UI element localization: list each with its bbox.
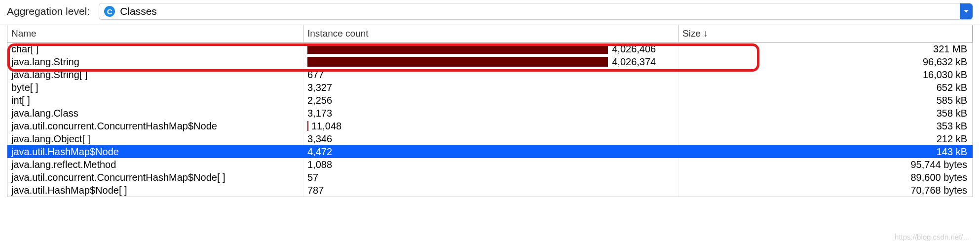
table-header: Name Instance count Size ↓ [7, 25, 973, 42]
class-name-cell: java.util.HashMap$Node [7, 145, 303, 158]
watermark: https://blog.csdn.net/... [895, 233, 969, 241]
class-name-cell: java.lang.String [7, 55, 303, 68]
instance-count-cell: 4,472 [303, 145, 678, 158]
class-name-cell: java.lang.String[ ] [7, 68, 303, 81]
column-header-instance-count[interactable]: Instance count [303, 25, 678, 42]
instance-count-value: 57 [307, 171, 318, 184]
aggregation-level-value: Classes [120, 5, 157, 17]
class-icon: C [104, 6, 115, 17]
size-cell: 585 kB [678, 94, 973, 107]
table-row[interactable]: java.lang.Class3,173358 kB [7, 107, 973, 120]
table-row[interactable]: java.lang.String[ ]67716,030 kB [7, 68, 973, 81]
instance-count-cell: 677 [303, 68, 678, 81]
instance-count-cell: 4,026,406 [303, 42, 678, 55]
instance-count-cell: 1,088 [303, 158, 678, 171]
class-name-cell: java.lang.reflect.Method [7, 158, 303, 171]
instance-count-value: 2,256 [307, 94, 332, 107]
table-row[interactable]: char[ ]4,026,406321 MB [7, 42, 973, 55]
class-name-cell: java.lang.Class [7, 107, 303, 120]
table-row[interactable]: java.util.HashMap$Node[ ]78770,768 bytes [7, 184, 973, 197]
size-cell: 96,632 kB [678, 55, 973, 68]
class-table: Name Instance count Size ↓ char[ ]4,026,… [7, 25, 973, 197]
instance-count-value: 677 [307, 68, 324, 81]
instance-count-cell: 2,256 [303, 94, 678, 107]
instance-count-cell: 3,346 [303, 132, 678, 145]
count-bar [307, 121, 308, 131]
instance-count-value: 4,472 [307, 145, 332, 158]
chevron-down-icon[interactable] [960, 3, 973, 19]
instance-count-value: 4,026,406 [612, 42, 656, 55]
instance-count-value: 4,026,374 [612, 55, 656, 68]
size-cell: 95,744 bytes [678, 158, 973, 171]
table-row[interactable]: java.lang.String4,026,37496,632 kB [7, 55, 973, 68]
size-cell: 143 kB [678, 145, 973, 158]
aggregation-level-label: Aggregation level: [7, 5, 90, 17]
class-name-cell: java.util.concurrent.ConcurrentHashMap$N… [7, 171, 303, 184]
class-name-cell: java.util.HashMap$Node[ ] [7, 184, 303, 197]
class-name-cell: java.util.concurrent.ConcurrentHashMap$N… [7, 120, 303, 132]
size-cell: 353 kB [678, 120, 973, 132]
instance-count-value: 3,346 [307, 132, 332, 145]
table-row[interactable]: java.lang.Object[ ]3,346212 kB [7, 132, 973, 145]
instance-count-value: 787 [307, 184, 324, 197]
instance-count-cell: 57 [303, 171, 678, 184]
table-row[interactable]: int[ ]2,256585 kB [7, 94, 973, 107]
table-row[interactable]: java.lang.reflect.Method1,08895,744 byte… [7, 158, 973, 171]
size-cell: 321 MB [678, 42, 973, 55]
size-cell: 212 kB [678, 132, 973, 145]
instance-count-value: 1,088 [307, 158, 332, 171]
class-name-cell: java.lang.Object[ ] [7, 132, 303, 145]
instance-count-cell: 11,048 [303, 120, 678, 132]
class-name-cell: char[ ] [7, 42, 303, 55]
class-name-cell: int[ ] [7, 94, 303, 107]
count-bar [307, 57, 608, 67]
class-name-cell: byte[ ] [7, 81, 303, 94]
size-cell: 358 kB [678, 107, 973, 120]
instance-count-cell: 3,327 [303, 81, 678, 94]
table-row[interactable]: java.util.concurrent.ConcurrentHashMap$N… [7, 171, 973, 184]
toolbar: Aggregation level: C Classes [0, 0, 980, 25]
size-cell: 70,768 bytes [678, 184, 973, 197]
size-cell: 16,030 kB [678, 68, 973, 81]
count-bar [307, 44, 608, 54]
instance-count-value: 3,327 [307, 81, 332, 94]
table-row[interactable]: java.util.concurrent.ConcurrentHashMap$N… [7, 120, 973, 132]
instance-count-value: 3,173 [307, 107, 332, 120]
column-header-name[interactable]: Name [7, 25, 303, 42]
table-body: char[ ]4,026,406321 MBjava.lang.String4,… [7, 42, 973, 197]
table-row[interactable]: java.util.HashMap$Node4,472143 kB [7, 145, 973, 158]
table-row[interactable]: byte[ ]3,327652 kB [7, 81, 973, 94]
instance-count-cell: 3,173 [303, 107, 678, 120]
instance-count-cell: 4,026,374 [303, 55, 678, 68]
instance-count-cell: 787 [303, 184, 678, 197]
aggregation-level-combo[interactable]: C Classes [99, 3, 973, 20]
size-cell: 652 kB [678, 81, 973, 94]
instance-count-value: 11,048 [311, 120, 341, 132]
size-cell: 89,600 bytes [678, 171, 973, 184]
column-header-size[interactable]: Size ↓ [678, 25, 973, 42]
